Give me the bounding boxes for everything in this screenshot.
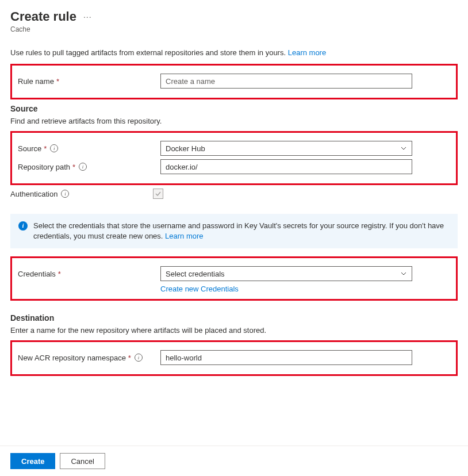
- required-indicator: *: [58, 270, 61, 278]
- rule-name-input[interactable]: [160, 74, 412, 89]
- source-select[interactable]: Docker Hub: [160, 141, 412, 156]
- source-label: Source: [18, 144, 41, 153]
- source-heading: Source: [10, 104, 458, 113]
- required-indicator: *: [72, 163, 75, 171]
- intro-text: Use rules to pull tagged artifacts from …: [10, 48, 286, 57]
- credentials-select-placeholder: Select credentials: [166, 270, 225, 278]
- info-banner-text: Select the credentials that store the us…: [33, 221, 444, 240]
- chevron-down-icon: [400, 270, 407, 277]
- create-button[interactable]: Create: [10, 453, 55, 469]
- destination-description: Enter a name for the new repository wher…: [10, 326, 458, 335]
- credentials-info-banner: i Select the credentials that store the …: [10, 214, 458, 248]
- required-indicator: *: [128, 354, 131, 362]
- page-subtitle: Cache: [10, 25, 458, 33]
- destination-group: New ACR repository namespace * i: [10, 340, 458, 376]
- namespace-input[interactable]: [160, 350, 412, 365]
- info-icon[interactable]: i: [79, 163, 87, 171]
- destination-heading: Destination: [10, 313, 458, 323]
- create-new-credentials-link[interactable]: Create new Credentials: [160, 285, 239, 293]
- authentication-checkbox[interactable]: [153, 189, 163, 199]
- repo-path-input[interactable]: [160, 159, 412, 174]
- credentials-group: Credentials * Select credentials Create …: [10, 256, 458, 301]
- checkmark-icon: [155, 190, 162, 197]
- credentials-label: Credentials: [18, 270, 56, 278]
- info-learn-more-link[interactable]: Learn more: [165, 232, 203, 240]
- source-description: Find and retrieve artifacts from this re…: [10, 117, 458, 125]
- credentials-select[interactable]: Select credentials: [160, 266, 412, 281]
- chevron-down-icon: [400, 145, 407, 152]
- repo-path-label: Repository path: [18, 163, 70, 171]
- source-select-value: Docker Hub: [166, 144, 205, 153]
- info-icon: i: [18, 221, 28, 231]
- authentication-label: Authentication: [10, 190, 57, 198]
- cancel-button[interactable]: Cancel: [60, 453, 105, 469]
- page-title: Create rule: [10, 9, 76, 24]
- info-icon[interactable]: i: [50, 144, 58, 152]
- more-button[interactable]: ···: [83, 12, 92, 21]
- learn-more-link[interactable]: Learn more: [288, 48, 326, 57]
- info-icon[interactable]: i: [135, 354, 143, 362]
- info-icon[interactable]: i: [61, 190, 69, 198]
- rule-name-group: Rule name *: [10, 64, 458, 99]
- rule-name-label: Rule name: [18, 77, 54, 86]
- required-indicator: *: [44, 144, 47, 153]
- source-group: Source * i Docker Hub Repository path * …: [10, 131, 458, 185]
- required-indicator: *: [56, 77, 59, 86]
- namespace-label: New ACR repository namespace: [18, 354, 126, 362]
